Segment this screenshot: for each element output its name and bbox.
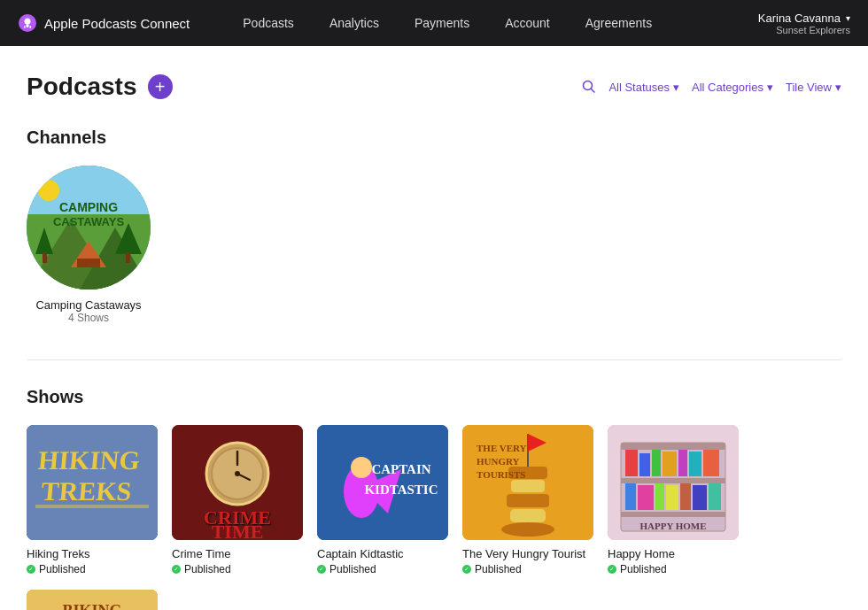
svg-rect-3 xyxy=(24,26,26,28)
view-filter[interactable]: Tile View ▾ xyxy=(786,81,841,94)
add-podcast-button[interactable]: + xyxy=(148,74,173,99)
svg-rect-25 xyxy=(35,505,149,508)
status-label: Published xyxy=(475,563,522,575)
status-published-icon: ✓ xyxy=(172,565,181,574)
status-label: Published xyxy=(329,563,376,575)
show-card-happy-home[interactable]: HAPPY HOME Happy Home ✓ Published xyxy=(608,425,739,575)
svg-rect-63 xyxy=(703,450,719,476)
svg-rect-61 xyxy=(678,450,687,476)
svg-rect-64 xyxy=(625,483,636,510)
channel-shows-count: 4 Shows xyxy=(68,312,109,324)
status-published-icon: ✓ xyxy=(27,565,35,574)
svg-rect-57 xyxy=(625,450,638,476)
show-status: ✓ Published xyxy=(317,563,448,575)
svg-rect-66 xyxy=(655,483,664,510)
svg-text:HIKING: HIKING xyxy=(37,445,142,475)
search-icon xyxy=(582,80,596,94)
svg-text:HAPPY HOME: HAPPY HOME xyxy=(639,521,706,531)
status-filter[interactable]: All Statuses ▾ xyxy=(608,81,679,94)
search-button[interactable] xyxy=(582,80,596,94)
shows-grid: HIKING TREKS Hiking Treks ✓ Published xyxy=(27,425,841,610)
shows-section: Shows HIKING TREKS Hiking Treks xyxy=(27,387,841,610)
svg-rect-65 xyxy=(638,485,654,510)
header: Apple Podcasts Connect Podcasts Analytic… xyxy=(0,0,868,46)
svg-rect-45 xyxy=(511,480,545,492)
nav-account[interactable]: Account xyxy=(487,0,568,46)
show-card-crime-time[interactable]: CRIME TIME Crime Time ✓ Published xyxy=(172,425,303,575)
channels-title: Channels xyxy=(27,127,841,148)
header-logo-text: Apple Podcasts Connect xyxy=(44,16,190,31)
svg-rect-17 xyxy=(126,252,130,263)
channel-item[interactable]: CAMPING CASTAWAYS Camping Castaways 4 Sh… xyxy=(27,166,151,324)
page-title: Podcasts xyxy=(27,73,137,101)
show-card-very-hungry-tourist[interactable]: THE VERY HUNGRY TOURISTS The Very Hungry… xyxy=(462,425,593,575)
show-title: The Very Hungry Tourist xyxy=(462,547,593,560)
svg-text:CASTAWAYS: CASTAWAYS xyxy=(53,215,125,228)
svg-rect-59 xyxy=(652,450,661,476)
status-label: Published xyxy=(620,563,667,575)
svg-rect-68 xyxy=(680,483,691,510)
show-artwork-very-hungry-tourist: THE VERY HUNGRY TOURISTS xyxy=(462,425,593,540)
svg-rect-70 xyxy=(709,483,721,510)
category-filter[interactable]: All Categories ▾ xyxy=(692,81,773,94)
svg-rect-4 xyxy=(30,26,32,28)
show-card-hiking-treks[interactable]: HIKING TREKS Hiking Treks ✓ Published xyxy=(27,425,158,575)
show-title: Hiking Treks xyxy=(27,547,158,560)
svg-rect-55 xyxy=(621,478,725,483)
svg-text:CAPTAIN: CAPTAIN xyxy=(371,462,430,476)
page-title-right: All Statuses ▾ All Categories ▾ Tile Vie… xyxy=(582,80,841,94)
show-artwork-hiking-treks: HIKING TREKS xyxy=(27,425,158,540)
svg-text:CAMPING: CAMPING xyxy=(59,200,118,214)
chevron-down-icon: ▾ xyxy=(835,81,841,94)
header-logo[interactable]: Apple Podcasts Connect xyxy=(18,13,190,33)
svg-text:TOURISTS: TOURISTS xyxy=(477,469,525,480)
svg-rect-67 xyxy=(666,485,678,510)
nav-agreements[interactable]: Agreements xyxy=(568,0,670,46)
svg-rect-43 xyxy=(510,509,546,522)
show-title: Crime Time xyxy=(172,547,303,560)
nav-analytics[interactable]: Analytics xyxy=(312,0,397,46)
show-status: ✓ Published xyxy=(462,563,593,575)
svg-point-32 xyxy=(235,471,240,476)
chevron-down-icon: ▾ xyxy=(767,81,773,94)
channels-section: Channels xyxy=(27,127,841,324)
show-card-biking-treks[interactable]: BIKING TREKS Biking Treks ✓ Published xyxy=(27,590,158,610)
svg-rect-44 xyxy=(507,494,549,507)
chevron-down-icon: ▾ xyxy=(846,13,850,23)
shows-title: Shows xyxy=(27,387,841,407)
svg-point-42 xyxy=(501,522,554,537)
svg-rect-2 xyxy=(27,24,29,27)
status-label: Published xyxy=(39,563,86,575)
svg-text:KIDTASTIC: KIDTASTIC xyxy=(364,483,438,497)
nav-payments[interactable]: Payments xyxy=(397,0,487,46)
podcast-logo-icon xyxy=(18,13,37,33)
show-title: Happy Home xyxy=(608,547,739,560)
svg-text:THE VERY: THE VERY xyxy=(477,443,527,453)
svg-rect-56 xyxy=(621,512,725,517)
section-divider xyxy=(27,359,841,360)
show-card-captain-kidtastic[interactable]: CAPTAIN KIDTASTIC Captain Kidtastic ✓ Pu… xyxy=(317,425,448,575)
svg-rect-69 xyxy=(693,485,707,510)
show-artwork-happy-home: HAPPY HOME xyxy=(608,425,739,540)
user-show: Sunset Explorers xyxy=(776,25,850,35)
nav-podcasts[interactable]: Podcasts xyxy=(225,0,312,46)
status-published-icon: ✓ xyxy=(317,565,326,574)
channel-name: Camping Castaways xyxy=(35,298,141,312)
svg-rect-54 xyxy=(621,443,725,450)
status-published-icon: ✓ xyxy=(462,565,471,574)
header-user[interactable]: Karina Cavanna ▾ Sunset Explorers xyxy=(758,12,850,35)
chevron-down-icon: ▾ xyxy=(673,81,679,94)
show-status: ✓ Published xyxy=(172,563,303,575)
svg-rect-58 xyxy=(639,453,650,476)
status-published-icon: ✓ xyxy=(608,565,616,574)
svg-rect-60 xyxy=(663,452,677,476)
header-nav: Podcasts Analytics Payments Account Agre… xyxy=(225,0,757,46)
svg-rect-62 xyxy=(689,452,701,476)
svg-text:BIKING: BIKING xyxy=(62,602,121,610)
page-title-row: Podcasts + All Statuses ▾ All Categories… xyxy=(27,73,841,101)
svg-text:TREKS: TREKS xyxy=(40,476,133,506)
show-artwork-biking-treks: BIKING TREKS xyxy=(27,590,158,610)
page-title-left: Podcasts + xyxy=(27,73,173,101)
status-label: Published xyxy=(184,563,231,575)
main-content: Podcasts + All Statuses ▾ All Categories… xyxy=(0,46,868,610)
